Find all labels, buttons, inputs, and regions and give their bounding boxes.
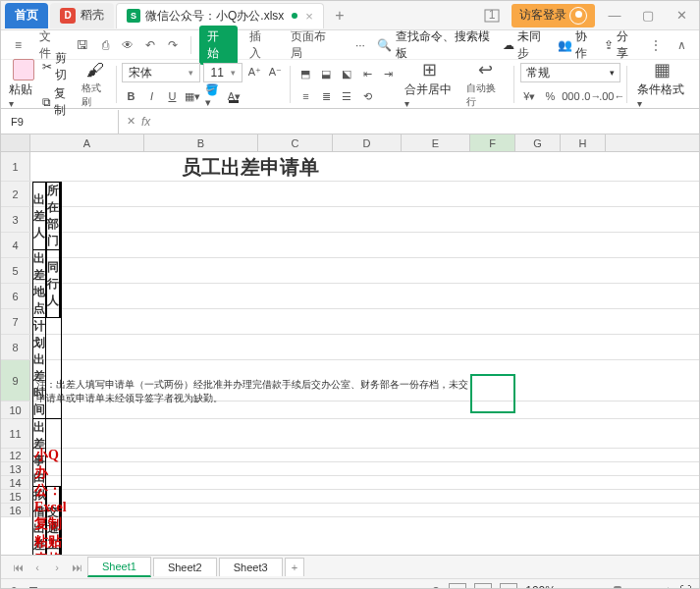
cell-r1c[interactable]: 所在部门: [47, 183, 60, 250]
sheet-tab-2[interactable]: Sheet2: [153, 558, 217, 576]
print-icon[interactable]: ⎙: [96, 35, 115, 55]
row-header-8[interactable]: 8: [1, 335, 30, 359]
app-menu-icon[interactable]: ≡: [9, 35, 27, 55]
row-header-6[interactable]: 6: [1, 284, 30, 308]
wrap-text-button[interactable]: ↩自动换行: [462, 59, 508, 109]
cell-r2e[interactable]: [61, 250, 62, 318]
tab-file[interactable]: S 微信公众号：小Q办公.xlsx ×: [116, 3, 324, 28]
indent-increase-button[interactable]: ⇥: [379, 65, 397, 82]
decrease-decimal-button[interactable]: .00←: [603, 87, 620, 105]
row-header-11[interactable]: 11: [1, 419, 30, 448]
close-window-button[interactable]: ✕: [668, 5, 695, 27]
cell-r1a[interactable]: 出差人: [33, 183, 46, 250]
bold-button[interactable]: B: [122, 87, 139, 105]
font-color-button[interactable]: A▾: [225, 87, 242, 105]
font-select[interactable]: 宋体▾: [122, 63, 200, 82]
preview-icon[interactable]: 👁: [119, 35, 137, 55]
zoom-in-button[interactable]: +: [665, 584, 672, 590]
decrease-font-button[interactable]: A⁻: [266, 63, 284, 80]
row-header-14[interactable]: 14: [1, 476, 30, 489]
cell-r1e[interactable]: [61, 183, 62, 250]
row-header-12[interactable]: 12: [1, 449, 30, 461]
sheet-tab-1[interactable]: Sheet1: [87, 557, 151, 577]
search-input[interactable]: 🔍 查找命令、搜索模板: [377, 28, 495, 62]
view-break-button[interactable]: ▧: [500, 583, 517, 590]
italic-button[interactable]: I: [142, 87, 160, 105]
view-page-button[interactable]: ▤: [474, 583, 492, 590]
row-header-7[interactable]: 7: [1, 309, 30, 334]
cell-note[interactable]: 注：出差人填写申请单（一式两份）经批准并办理完借款手续后交办公室、财务部各一份存…: [36, 378, 468, 405]
row-header-2[interactable]: 2: [1, 182, 30, 206]
col-header-B[interactable]: B: [144, 134, 258, 151]
form-title[interactable]: 员工出差申请单: [34, 154, 466, 181]
align-top-button[interactable]: ⬒: [296, 65, 314, 82]
increase-decimal-button[interactable]: .0→: [582, 87, 600, 105]
zoom-out-button[interactable]: −: [564, 584, 570, 590]
fx-icon[interactable]: fx: [141, 115, 150, 129]
conditional-format-button[interactable]: ▦条件格式▾: [633, 59, 691, 109]
row-header-9[interactable]: 9: [1, 360, 30, 401]
cell-red-text[interactable]: 小Q办公：Excel复制粘贴表格怎么保留原格式不变？: [34, 447, 67, 555]
border-button[interactable]: ▦▾: [184, 87, 201, 105]
stats-icon[interactable]: ⊕: [431, 584, 441, 590]
sheet-nav-last[interactable]: ⏭: [68, 559, 85, 576]
collapse-ribbon-icon[interactable]: ∧: [673, 35, 691, 55]
tab-home[interactable]: 首页: [5, 3, 48, 28]
font-size-select[interactable]: 11▾: [203, 63, 242, 82]
login-button[interactable]: 访客登录: [512, 4, 595, 27]
tab-daogou[interactable]: D 稻壳: [50, 3, 114, 28]
sheet-tab-3[interactable]: Sheet3: [219, 558, 283, 576]
row-header-10[interactable]: 10: [1, 402, 30, 418]
row-header-3[interactable]: 3: [1, 207, 30, 232]
percent-button[interactable]: %: [541, 87, 559, 105]
redo-icon[interactable]: ↷: [164, 35, 183, 55]
cell-r2c[interactable]: 同行人: [47, 250, 60, 318]
window-list-icon[interactable]: 1: [478, 5, 506, 27]
increase-font-button[interactable]: A⁺: [245, 63, 263, 80]
row-header-15[interactable]: 15: [1, 490, 30, 503]
orientation-button[interactable]: ⟲: [358, 87, 376, 105]
align-center-button[interactable]: ≣: [317, 87, 335, 105]
col-header-H[interactable]: H: [561, 134, 606, 151]
align-middle-button[interactable]: ⬓: [317, 65, 335, 82]
row-header-1[interactable]: 1: [1, 152, 30, 181]
format-painter-button[interactable]: 🖌 格式刷: [81, 60, 110, 109]
menu-more[interactable]: ···: [348, 35, 373, 55]
add-tab-button[interactable]: +: [326, 3, 353, 28]
col-header-E[interactable]: E: [402, 134, 470, 151]
minimize-button[interactable]: —: [601, 5, 628, 27]
comma-button[interactable]: 000: [562, 87, 579, 105]
fullscreen-icon[interactable]: ⛶: [679, 584, 691, 590]
view-normal-button[interactable]: ▦: [449, 583, 466, 590]
select-all-corner[interactable]: [1, 134, 30, 151]
align-left-button[interactable]: ≡: [296, 87, 314, 105]
row-header-4[interactable]: 4: [1, 233, 30, 257]
col-header-G[interactable]: G: [515, 134, 561, 151]
align-right-button[interactable]: ☰: [338, 87, 355, 105]
sync-status[interactable]: ☁ 未同步: [503, 28, 550, 62]
menu-insert[interactable]: 插入: [242, 26, 280, 65]
paste-button[interactable]: 粘贴 ▾: [9, 59, 38, 109]
col-header-F[interactable]: F: [470, 134, 515, 151]
zoom-value[interactable]: 100%: [525, 584, 556, 590]
col-header-A[interactable]: A: [30, 134, 144, 151]
share-button[interactable]: ⇪ 分享: [604, 28, 638, 62]
col-header-D[interactable]: D: [333, 134, 402, 151]
align-bottom-button[interactable]: ⬕: [338, 65, 355, 82]
col-header-C[interactable]: C: [258, 134, 333, 151]
sheet-nav-prev[interactable]: ‹: [28, 559, 46, 576]
menu-start[interactable]: 开始: [199, 26, 238, 65]
undo-icon[interactable]: ↶: [141, 35, 160, 55]
merge-center-button[interactable]: ⊞合并居中▾: [401, 59, 458, 109]
currency-button[interactable]: ¥▾: [520, 87, 538, 105]
cut-button[interactable]: ✂剪切: [42, 50, 77, 83]
record-macro-icon[interactable]: ◉: [9, 584, 19, 590]
indent-decrease-button[interactable]: ⇤: [358, 65, 376, 82]
row-header-13[interactable]: 13: [1, 462, 30, 475]
number-format-select[interactable]: 常规▾: [520, 63, 620, 82]
cancel-formula-icon[interactable]: ✕: [127, 115, 135, 128]
add-sheet-button[interactable]: +: [285, 558, 304, 576]
status-settings-icon[interactable]: ⊞: [28, 584, 38, 590]
underline-button[interactable]: U: [163, 87, 181, 105]
name-box[interactable]: F9: [1, 110, 119, 134]
